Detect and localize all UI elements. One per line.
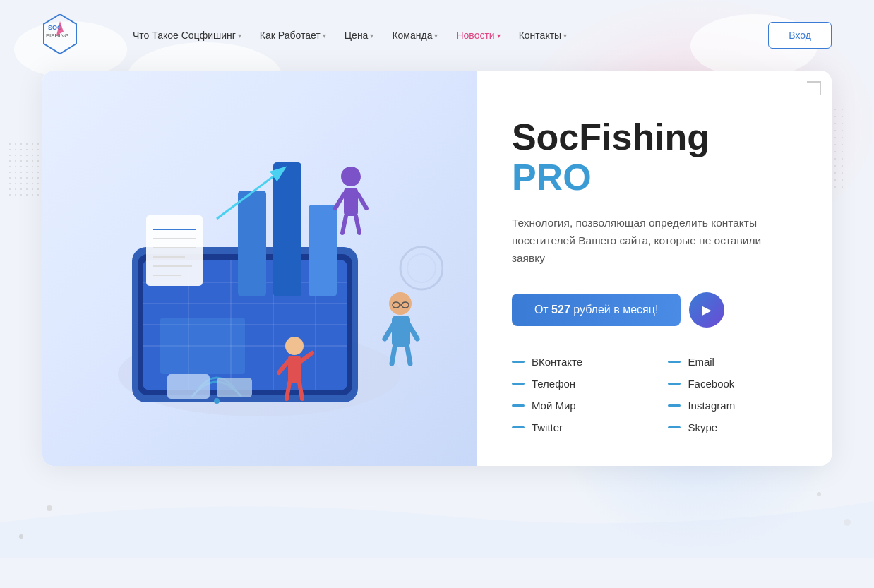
main-card: SocFishing PRO Технология, позволяющая о…: [42, 71, 832, 466]
svg-rect-18: [273, 162, 301, 296]
svg-point-43: [214, 398, 220, 404]
svg-line-32: [342, 216, 346, 233]
hero-content: SocFishing PRO Технология, позволяющая о…: [477, 71, 832, 466]
svg-rect-47: [288, 356, 301, 383]
login-button[interactable]: Вход: [768, 22, 832, 49]
dash-icon: [668, 426, 681, 428]
chevron-icon: ▾: [370, 32, 373, 40]
dash-icon: [668, 361, 681, 363]
chevron-icon: ▾: [238, 32, 241, 40]
nav-item-how[interactable]: Как Работает ▾: [253, 24, 333, 47]
svg-point-54: [47, 505, 52, 511]
nav-item-price[interactable]: Цена ▾: [337, 24, 381, 47]
svg-rect-38: [392, 316, 410, 347]
svg-point-45: [407, 254, 436, 282]
svg-rect-52: [167, 374, 210, 399]
svg-line-50: [287, 383, 289, 399]
bottom-decoration: [0, 466, 874, 558]
hero-illustration: [42, 71, 477, 466]
dash-icon: [512, 361, 525, 363]
contacts-grid: ВКонтакте Email Телефон Facebook Мой Мир…: [512, 356, 796, 433]
logo[interactable]: SOC FISHING: [42, 14, 83, 56]
nav-item-what[interactable]: Что Такое Соцфишинг ▾: [126, 24, 249, 47]
svg-line-41: [392, 347, 395, 364]
svg-rect-53: [217, 378, 252, 397]
svg-point-46: [285, 337, 304, 355]
svg-point-55: [817, 492, 821, 496]
svg-rect-16: [160, 318, 245, 374]
nav-item-news[interactable]: Новости ▾: [449, 24, 507, 47]
dash-icon: [668, 383, 681, 385]
nav-item-contacts[interactable]: Контакты ▾: [512, 24, 574, 47]
dash-icon: [512, 426, 525, 428]
contact-skype[interactable]: Skype: [668, 421, 796, 433]
hero-description: Технология, позволяющая определить конта…: [512, 215, 796, 267]
svg-point-57: [19, 534, 23, 539]
chevron-icon: ▾: [497, 32, 501, 40]
contact-moy-mir[interactable]: Мой Мир: [512, 400, 640, 412]
svg-rect-19: [309, 205, 337, 296]
svg-line-42: [407, 347, 410, 364]
contact-email[interactable]: Email: [668, 356, 796, 368]
dash-icon: [512, 404, 525, 407]
contact-instagram[interactable]: Instagram: [668, 400, 796, 412]
bottom-area: [0, 466, 874, 558]
contact-phone[interactable]: Телефон: [512, 378, 640, 390]
contact-vkontakte[interactable]: ВКонтакте: [512, 356, 640, 368]
svg-point-56: [844, 519, 851, 526]
svg-point-28: [341, 167, 361, 186]
cta-row: От 527 рублей в месяц! ▶: [512, 292, 796, 328]
svg-rect-29: [344, 188, 358, 216]
hero-title: SocFishing PRO: [512, 117, 796, 198]
nav-links: Что Такое Соцфишинг ▾ Как Работает ▾ Цен…: [126, 24, 768, 47]
navbar: SOC FISHING Что Такое Соцфишинг ▾ Как Ра…: [0, 0, 874, 71]
cta-button[interactable]: От 527 рублей в месяц!: [512, 294, 681, 326]
corner-decoration-tr: [807, 81, 821, 95]
svg-line-31: [358, 194, 366, 208]
svg-line-30: [335, 194, 344, 208]
svg-line-33: [356, 216, 359, 233]
chevron-icon: ▾: [434, 32, 438, 40]
isometric-illustration: [76, 106, 443, 431]
chevron-icon: ▾: [563, 32, 567, 40]
contact-twitter[interactable]: Twitter: [512, 421, 640, 433]
chevron-icon: ▾: [323, 32, 326, 40]
dash-icon: [668, 404, 681, 407]
dash-icon: [512, 383, 525, 385]
play-button[interactable]: ▶: [689, 292, 724, 328]
nav-item-team[interactable]: Команда ▾: [385, 24, 445, 47]
logo-icon: SOC FISHING: [42, 14, 78, 56]
play-icon: ▶: [702, 302, 712, 318]
svg-rect-17: [238, 191, 266, 296]
contact-facebook[interactable]: Facebook: [668, 378, 796, 390]
svg-line-51: [299, 383, 302, 399]
